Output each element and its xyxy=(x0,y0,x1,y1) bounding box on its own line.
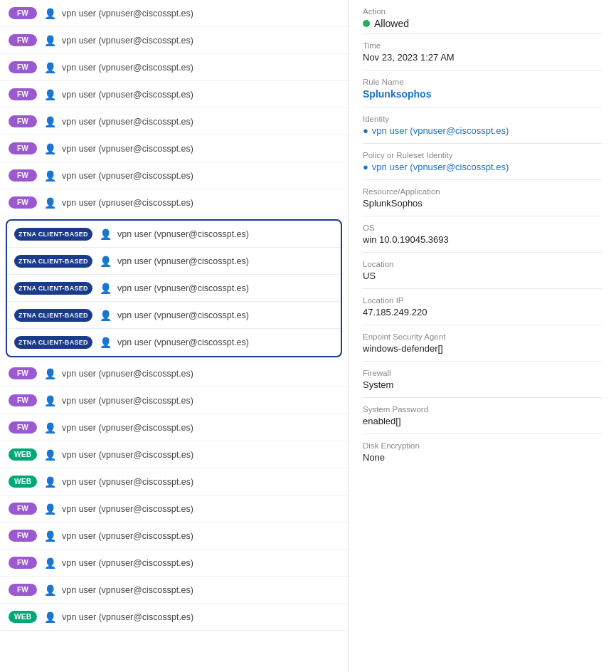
list-row[interactable]: FW👤vpn user (vpnuser@ciscosspt.es) xyxy=(0,387,348,414)
list-row[interactable]: FW👤vpn user (vpnuser@ciscosspt.es) xyxy=(0,360,348,387)
list-row[interactable]: FW👤vpn user (vpnuser@ciscosspt.es) xyxy=(0,0,348,27)
badge-web[interactable]: WEB xyxy=(9,476,37,488)
identity-value[interactable]: ● vpn user (vpnuser@ciscosspt.es) xyxy=(363,125,602,136)
left-panel: FW👤vpn user (vpnuser@ciscosspt.es)FW👤vpn… xyxy=(0,0,349,672)
list-row[interactable]: FW👤vpn user (vpnuser@ciscosspt.es) xyxy=(0,577,348,604)
user-icon: 👤 xyxy=(100,229,112,240)
list-row[interactable]: FW👤vpn user (vpnuser@ciscosspt.es) xyxy=(0,550,348,577)
disk-encryption-section: Disk Encryption None xyxy=(363,434,602,470)
badge-fw[interactable]: FW xyxy=(9,557,37,569)
user-text: vpn user (vpnuser@ciscosspt.es) xyxy=(62,450,193,460)
badge-fw[interactable]: FW xyxy=(9,142,37,154)
badge-ztna[interactable]: ZTNA CLIENT-BASED xyxy=(14,336,92,349)
time-label: Time xyxy=(363,41,602,50)
badge-fw[interactable]: FW xyxy=(9,88,37,100)
location-ip-value: 47.185.249.220 xyxy=(363,307,602,317)
os-label: OS xyxy=(363,224,602,232)
rule-name-value[interactable]: Splunksophos xyxy=(363,88,602,100)
right-panel: Action Allowed Time Nov 23, 2023 1:27 AM… xyxy=(349,0,616,672)
user-text: vpn user (vpnuser@ciscosspt.es) xyxy=(62,117,193,127)
action-section: Action Allowed xyxy=(363,0,602,34)
user-text: vpn user (vpnuser@ciscosspt.es) xyxy=(117,283,249,293)
identity-user-icon: ● xyxy=(363,125,368,136)
user-text: vpn user (vpnuser@ciscosspt.es) xyxy=(62,612,193,622)
list-row[interactable]: FW👤vpn user (vpnuser@ciscosspt.es) xyxy=(0,523,348,550)
list-row[interactable]: FW👤vpn user (vpnuser@ciscosspt.es) xyxy=(0,495,348,523)
badge-fw[interactable]: FW xyxy=(9,169,37,182)
list-row[interactable]: WEB👤vpn user (vpnuser@ciscosspt.es) xyxy=(0,468,348,495)
badge-fw[interactable]: FW xyxy=(9,394,37,406)
badge-fw[interactable]: FW xyxy=(9,503,37,515)
user-text: vpn user (vpnuser@ciscosspt.es) xyxy=(62,90,193,100)
badge-fw[interactable]: FW xyxy=(9,34,37,46)
list-row[interactable]: WEB👤vpn user (vpnuser@ciscosspt.es) xyxy=(0,441,348,468)
user-text: vpn user (vpnuser@ciscosspt.es) xyxy=(62,504,193,514)
time-section: Time Nov 23, 2023 1:27 AM xyxy=(363,34,602,70)
user-icon: 👤 xyxy=(100,337,112,348)
user-icon: 👤 xyxy=(44,89,56,100)
allowed-dot xyxy=(363,20,370,27)
list-row[interactable]: WEB👤vpn user (vpnuser@ciscosspt.es) xyxy=(0,604,348,631)
badge-fw[interactable]: FW xyxy=(9,530,37,542)
action-label: Action xyxy=(363,7,409,16)
firewall-value: System xyxy=(363,379,602,390)
policy-identity-value[interactable]: ● vpn user (vpnuser@ciscosspt.es) xyxy=(363,162,602,172)
system-password-section: System Password enabled[] xyxy=(363,398,602,434)
user-text: vpn user (vpnuser@ciscosspt.es) xyxy=(117,337,249,347)
badge-web[interactable]: WEB xyxy=(9,448,37,461)
location-section: Location US xyxy=(363,253,602,289)
identity-section: Identity ● vpn user (vpnuser@ciscosspt.e… xyxy=(363,107,602,144)
user-text: vpn user (vpnuser@ciscosspt.es) xyxy=(62,63,193,73)
user-icon: 👤 xyxy=(44,611,56,623)
badge-fw[interactable]: FW xyxy=(9,7,37,19)
user-icon: 👤 xyxy=(44,557,56,569)
user-icon: 👤 xyxy=(100,283,112,294)
list-row[interactable]: FW👤vpn user (vpnuser@ciscosspt.es) xyxy=(0,54,348,81)
location-ip-label: Location IP xyxy=(363,296,602,305)
user-text: vpn user (vpnuser@ciscosspt.es) xyxy=(117,256,249,266)
badge-fw[interactable]: FW xyxy=(9,367,37,379)
user-text: vpn user (vpnuser@ciscosspt.es) xyxy=(62,36,193,46)
badge-ztna[interactable]: ZTNA CLIENT-BASED xyxy=(14,282,92,295)
ztna-list-row[interactable]: ZTNA CLIENT-BASED👤vpn user (vpnuser@cisc… xyxy=(7,302,341,329)
location-ip-section: Location IP 47.185.249.220 xyxy=(363,289,602,325)
ztna-list-row[interactable]: ZTNA CLIENT-BASED👤vpn user (vpnuser@cisc… xyxy=(7,275,341,302)
user-icon: 👤 xyxy=(44,530,56,542)
user-icon: 👤 xyxy=(44,368,56,379)
user-text: vpn user (vpnuser@ciscosspt.es) xyxy=(62,558,193,568)
list-row[interactable]: FW👤vpn user (vpnuser@ciscosspt.es) xyxy=(0,135,348,162)
badge-ztna[interactable]: ZTNA CLIENT-BASED xyxy=(14,255,92,268)
badge-fw[interactable]: FW xyxy=(9,61,37,73)
os-section: OS win 10.0.19045.3693 xyxy=(363,216,602,253)
badge-fw[interactable]: FW xyxy=(9,196,37,209)
badge-web[interactable]: WEB xyxy=(9,611,37,623)
badge-fw[interactable]: FW xyxy=(9,115,37,127)
badge-ztna[interactable]: ZTNA CLIENT-BASED xyxy=(14,228,92,241)
endpoint-value: windows-defender[] xyxy=(363,343,602,354)
user-icon: 👤 xyxy=(44,143,56,154)
ztna-list-row[interactable]: ZTNA CLIENT-BASED👤vpn user (vpnuser@cisc… xyxy=(7,329,341,356)
identity-label: Identity xyxy=(363,115,602,123)
list-row[interactable]: FW👤vpn user (vpnuser@ciscosspt.es) xyxy=(0,189,348,216)
policy-identity-user-icon: ● xyxy=(363,162,368,172)
badge-ztna[interactable]: ZTNA CLIENT-BASED xyxy=(14,309,92,322)
list-row[interactable]: FW👤vpn user (vpnuser@ciscosspt.es) xyxy=(0,414,348,441)
list-row[interactable]: FW👤vpn user (vpnuser@ciscosspt.es) xyxy=(0,108,348,135)
system-password-label: System Password xyxy=(363,405,602,414)
user-icon: 👤 xyxy=(44,422,56,434)
badge-fw[interactable]: FW xyxy=(9,584,37,596)
ztna-list-row[interactable]: ZTNA CLIENT-BASED👤vpn user (vpnuser@cisc… xyxy=(7,221,341,248)
ztna-list-row[interactable]: ZTNA CLIENT-BASED👤vpn user (vpnuser@cisc… xyxy=(7,248,341,275)
user-icon: 👤 xyxy=(100,256,112,267)
list-row[interactable]: FW👤vpn user (vpnuser@ciscosspt.es) xyxy=(0,81,348,108)
policy-identity-section: Policy or Ruleset Identity ● vpn user (v… xyxy=(363,144,602,180)
user-text: vpn user (vpnuser@ciscosspt.es) xyxy=(117,229,249,239)
user-text: vpn user (vpnuser@ciscosspt.es) xyxy=(62,396,193,406)
system-password-value: enabled[] xyxy=(363,416,602,426)
ztna-group: ZTNA CLIENT-BASED👤vpn user (vpnuser@cisc… xyxy=(6,219,342,357)
list-row[interactable]: FW👤vpn user (vpnuser@ciscosspt.es) xyxy=(0,162,348,189)
user-icon: 👤 xyxy=(44,395,56,406)
list-row[interactable]: FW👤vpn user (vpnuser@ciscosspt.es) xyxy=(0,27,348,54)
location-label: Location xyxy=(363,260,602,268)
badge-fw[interactable]: FW xyxy=(9,421,37,434)
